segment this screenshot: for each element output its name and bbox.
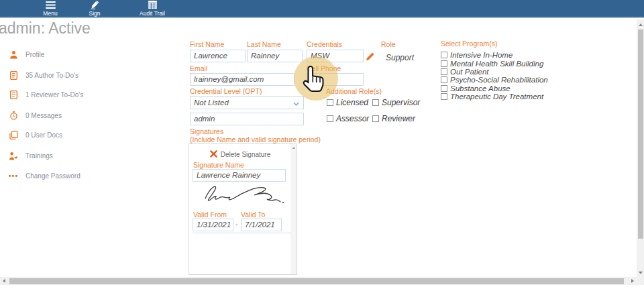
valid-from-input[interactable]: 1/31/2021 [193,219,233,231]
signature-panel: Delete Signature Signature Name Lawrence… [189,143,297,275]
additional-roles-label: Additional Role(s) [326,87,382,95]
checkbox-label: Out Patient [450,68,489,76]
delete-signature-button[interactable]: Delete Signature [189,148,291,160]
role-value: Support [386,53,414,62]
checkbox-icon[interactable] [372,115,379,122]
horizontal-scrollbar-thumb[interactable] [9,278,624,284]
reviewer-checkbox[interactable]: Reviewer [372,114,415,123]
scroll-right-icon[interactable] [631,279,634,283]
username-input[interactable]: admin [190,113,304,125]
notebook-icon [9,90,18,99]
divider [193,233,291,233]
scroll-up-icon[interactable] [639,23,643,26]
checkbox-label: Reviewer [382,114,415,123]
sidebar-item-label: 35 Author To-Do's [25,72,78,79]
sidebar-item-change-password[interactable]: ••• Change Password [9,171,80,180]
programs-section: Select Program(s) Intensive In-Home Ment… [441,40,588,101]
signatures-note: (Include Name and valid signature period… [190,135,321,143]
sidebar-item-author-todos[interactable]: 35 Author To-Do's [9,70,78,80]
audit-trail-label: Audit Trail [140,10,165,17]
chevron-down-icon [293,97,299,109]
checkbox-icon[interactable] [441,76,447,83]
program-out-patient[interactable]: Out Patient [441,68,588,76]
assessor-checkbox[interactable]: Assessor [327,114,369,123]
credentials-input[interactable]: MSW [307,50,364,62]
checkbox-icon[interactable] [441,52,447,58]
page-title: admin: Active [0,19,91,38]
sidebar-item-label: 1 Reviewer To-Do's [25,91,83,99]
topbar: Menu Sign Audit Trail [0,0,644,18]
checkbox-icon[interactable] [372,99,379,106]
audit-trail-button[interactable]: Audit Trail [135,1,170,17]
checkbox-label: Psycho-Social Rehabilitation [450,76,548,84]
sidebar-item-label: Change Password [25,172,80,180]
first-name-label: First Name [190,40,224,48]
checkbox-icon[interactable] [327,115,333,122]
checkbox-label: Therapeutic Day Treatment [450,93,543,101]
checkbox-label: Licensed [336,98,368,107]
scroll-down-icon[interactable] [639,272,643,274]
scroll-left-icon[interactable] [3,279,5,283]
menu-icon [46,1,56,9]
vertical-scrollbar-thumb[interactable] [638,29,643,239]
checkbox-label: Mental Health Skill Building [450,60,543,68]
sidebar-item-messages[interactable]: 0 Messages [9,111,62,120]
select-programs-label: Select Program(s) [441,40,588,48]
sidebar-item-label: 0 Messages [25,112,62,119]
scroll-up-icon[interactable] [292,147,295,149]
sidebar-item-trainings[interactable]: Trainings [9,151,53,160]
sidebar-item-profile[interactable]: Profile [9,50,44,59]
credential-level-select[interactable]: Not Listed [190,96,304,109]
vertical-scrollbar[interactable] [637,19,644,277]
valid-to-label: Valid To [241,211,265,219]
first-name-input[interactable]: Lawrence [190,50,246,62]
sign-label: Sign [89,10,100,17]
signature-name-input[interactable]: Lawrence Rainney [193,169,286,182]
horizontal-scrollbar[interactable] [0,277,637,285]
checkbox-icon[interactable] [327,99,333,106]
program-mental-health-skill-building[interactable]: Mental Health Skill Building [441,59,588,67]
email-label: Email [190,64,207,72]
checkbox-label: Assessor [336,114,369,123]
supervisor-checkbox[interactable]: Supervisor [372,98,420,107]
person-icon [9,50,18,59]
signatures-label: Signatures [190,127,223,135]
checkbox-label: Supervisor [382,98,420,107]
last-name-input[interactable]: Rainney [247,50,303,62]
role-label: Role [381,40,396,48]
panel-scrollbar[interactable] [290,144,297,274]
licensed-checkbox[interactable]: Licensed [327,98,368,107]
audit-trail-icon [148,1,157,9]
credential-level-label: Credential Level (OPT) [190,87,262,95]
cell-phone-input[interactable] [307,73,364,86]
valid-from-label: Valid From [193,211,227,219]
checkbox-icon[interactable] [441,68,447,75]
checkbox-icon[interactable] [441,93,447,100]
checkbox-icon[interactable] [441,60,447,67]
sidebar-item-reviewer-todos[interactable]: 1 Reviewer To-Do's [9,90,83,99]
sidebar-item-label: 0 User Docs [25,131,62,139]
stopwatch-icon [9,111,18,120]
valid-to-input[interactable]: 7/1/2021 [241,219,282,231]
program-intensive-in-home[interactable]: Intensive In-Home [441,51,588,59]
cell-phone-label: Cell Phone [307,64,341,72]
checkbox-icon[interactable] [441,85,447,92]
sign-button[interactable]: Sign [80,1,109,17]
email-input[interactable]: lrainney@gmail.com [190,73,294,86]
checkbox-label: Intensive In-Home [450,51,513,59]
sidebar-item-label: Trainings [25,152,53,160]
dots-icon: ••• [9,171,18,180]
program-psycho-social-rehabilitation[interactable]: Psycho-Social Rehabilitation [441,76,588,84]
program-therapeutic-day-treatment[interactable]: Therapeutic Day Treatment [441,93,588,101]
credential-level-value: Not Listed [194,99,229,107]
checkbox-label: Substance Abuse [450,84,511,93]
credentials-label: Credentials [307,40,342,48]
signature-name-label: Signature Name [193,161,244,169]
app-window: Menu Sign Audit Trail admin: Active Prof… [0,0,644,297]
signature-image [197,182,284,209]
program-substance-abuse[interactable]: Substance Abuse [441,84,588,93]
sidebar-item-user-docs[interactable]: 0 User Docs [9,130,62,139]
menu-button[interactable]: Menu [36,1,65,17]
delete-signature-label: Delete Signature [221,151,271,158]
edit-role-icon[interactable] [366,52,374,64]
